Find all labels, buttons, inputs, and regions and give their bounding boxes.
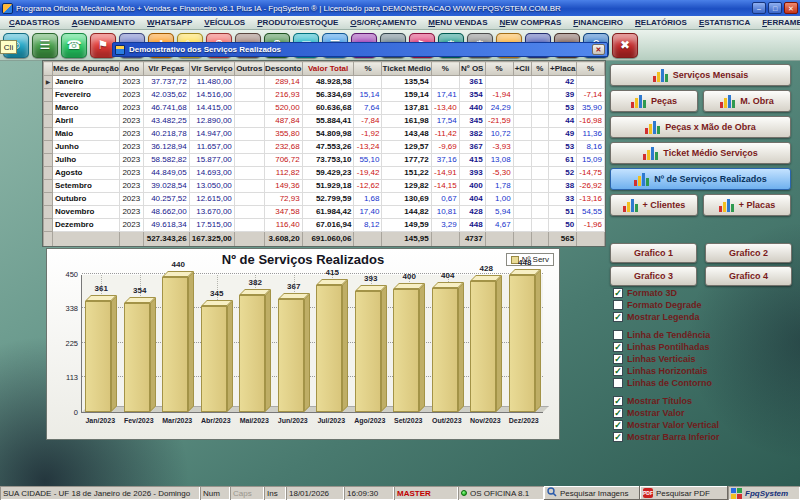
checkbox-linha-de-tend-ncia[interactable]: Linha de Tendência <box>613 330 710 340</box>
checkbox-formato-3d[interactable]: ✓Formato 3D <box>613 288 677 298</box>
menu-item[interactable]: AGENDAMENTO <box>66 17 141 28</box>
totals-row: 527.343,26167.325,003.608,20691.060,0614… <box>44 232 605 247</box>
panel-button[interactable]: Serviços Mensais <box>610 64 791 86</box>
panel-button[interactable]: Nº de Serviços Realizados <box>610 168 791 190</box>
column-header[interactable]: Desconto <box>264 62 302 76</box>
grafico-button[interactable]: Grafico 2 <box>705 243 792 263</box>
close-icon[interactable]: ✕ <box>784 2 798 14</box>
column-header[interactable]: Vlr Peças <box>143 62 189 76</box>
panel-button[interactable]: + Placas <box>703 194 791 216</box>
checkbox-box[interactable]: ✓ <box>613 342 623 352</box>
cell <box>531 154 549 167</box>
checkbox-box[interactable]: ✓ <box>613 312 623 322</box>
panel-button[interactable]: + Clientes <box>610 194 698 216</box>
checkbox-box[interactable] <box>613 330 623 340</box>
table-row[interactable]: Maio202340.218,7814.947,00355,8054.809,9… <box>44 128 605 141</box>
maximize-icon[interactable]: □ <box>768 2 782 14</box>
menu-item[interactable]: MENU VENDAS <box>422 17 493 28</box>
checkbox-box[interactable]: ✓ <box>613 366 623 376</box>
table-row[interactable]: Fevereiro202342.035,6214.516,00216,9356.… <box>44 89 605 102</box>
table-row[interactable]: Dezembro202349.618,3417.515,00116,4067.0… <box>44 219 605 232</box>
table-row[interactable]: Junho202336.128,9411.657,00232,6847.553,… <box>44 141 605 154</box>
table-row[interactable]: Novembro202348.662,0013.670,00347,5861.9… <box>44 206 605 219</box>
checkbox-box[interactable] <box>613 300 623 310</box>
status-search-images[interactable]: Pesquisar Imagens <box>544 486 640 500</box>
menu-item[interactable]: NEW COMPRAS <box>493 17 567 28</box>
grafico-button[interactable]: Grafico 4 <box>705 266 792 286</box>
checkbox-box[interactable]: ✓ <box>613 408 623 418</box>
panel-button[interactable]: M. Obra <box>703 90 791 112</box>
column-header[interactable]: +Placa <box>549 62 577 76</box>
checkbox-box[interactable]: ✓ <box>613 354 623 364</box>
column-header[interactable]: Ano <box>119 62 143 76</box>
column-header[interactable]: Nº OS <box>459 62 485 76</box>
menu-item[interactable]: PRODUTO/ESTOQUE <box>251 17 344 28</box>
panel-button[interactable]: Peças x Mão de Obra <box>610 116 791 138</box>
checkbox-linhas-de-contorno[interactable]: Linhas de Contorno <box>613 378 712 388</box>
column-header[interactable]: % <box>431 62 459 76</box>
checkbox-box[interactable]: ✓ <box>613 288 623 298</box>
report-window-titlebar[interactable]: Demonstrativo dos Serviços Realizados ✕ <box>112 42 608 57</box>
cell <box>513 76 531 89</box>
table-row[interactable]: Marco202346.741,6814.415,00520,0060.636,… <box>44 102 605 115</box>
cell: 14.693,00 <box>189 167 234 180</box>
column-header[interactable]: Ticket Médio <box>382 62 431 76</box>
grafico-button[interactable]: Grafico 1 <box>610 243 697 263</box>
checkbox-linhas-verticais[interactable]: ✓Linhas Verticais <box>613 354 696 364</box>
column-header[interactable]: % <box>485 62 513 76</box>
table-row[interactable]: Abril202343.482,2512.890,00487,8455.884,… <box>44 115 605 128</box>
table-row[interactable]: ▶Janeiro202337.737,7211.480,00289,1448.9… <box>44 76 605 89</box>
menu-item[interactable]: RELATÓRIOS <box>629 17 693 28</box>
checkbox-mostrar-barra-inferior[interactable]: ✓Mostrar Barra Inferior <box>613 432 720 442</box>
table-row[interactable]: Agosto202344.849,0514.693,00112,8259.429… <box>44 167 605 180</box>
menu-item[interactable]: CADASTROS <box>3 17 66 28</box>
x-tick-label: Nov/2023 <box>466 417 505 424</box>
menu-item[interactable]: VEÍCULOS <box>198 17 251 28</box>
checkbox-box[interactable]: ✓ <box>613 396 623 406</box>
status-caps-lock: Caps <box>230 486 264 500</box>
table-row[interactable]: Setembro202339.028,5413.050,00149,3651.9… <box>44 180 605 193</box>
column-header[interactable]: % <box>354 62 382 76</box>
cell: 415 <box>459 154 485 167</box>
checkbox-box[interactable]: ✓ <box>613 420 623 430</box>
checkbox-linhas-pontilhadas[interactable]: ✓Linhas Pontilhadas <box>613 342 710 352</box>
menu-item[interactable]: FINANCEIRO <box>567 17 629 28</box>
column-header[interactable]: Vlr Serviço <box>189 62 234 76</box>
checkbox-mostrar-valor[interactable]: ✓Mostrar Valor <box>613 408 685 418</box>
whatsapp-icon[interactable]: ☎ <box>61 33 87 58</box>
checkbox-box[interactable] <box>613 378 623 388</box>
checkbox-mostrar-valor-vertical[interactable]: ✓Mostrar Valor Vertical <box>613 420 719 430</box>
checkbox-mostrar-legenda[interactable]: ✓Mostrar Legenda <box>613 312 700 322</box>
table-row[interactable]: Julho202358.582,8215.877,00706,7273.753,… <box>44 154 605 167</box>
column-header[interactable]: % <box>531 62 549 76</box>
close-icon[interactable]: ✕ <box>592 44 605 55</box>
panel-button[interactable]: Ticket Médio Serviços <box>610 142 791 164</box>
cell: 151,22 <box>382 167 431 180</box>
exit-icon[interactable]: ✖ <box>612 33 638 58</box>
checkbox-formato-degrade[interactable]: Formato Degrade <box>613 300 702 310</box>
cell: 5,94 <box>485 206 513 219</box>
column-header[interactable]: % <box>577 62 605 76</box>
panel-button[interactable]: Peças <box>610 90 698 112</box>
menu-item[interactable]: ESTATISTICA <box>693 17 756 28</box>
grafico-button[interactable]: Grafico 3 <box>610 266 697 286</box>
menu-item[interactable]: FERRAMENTAS <box>756 17 800 28</box>
cell: 11.657,00 <box>189 141 234 154</box>
status-search-pdf[interactable]: PDFPesquisar PDF <box>640 486 728 500</box>
tooltip-cli: Cli <box>0 40 17 54</box>
checkbox-mostrar-t-tulos[interactable]: ✓Mostrar Títulos <box>613 396 692 406</box>
checkbox-box[interactable]: ✓ <box>613 432 623 442</box>
cell: 382 <box>459 128 485 141</box>
column-header[interactable]: Valor Total <box>302 62 354 76</box>
cell: 361 <box>459 76 485 89</box>
checkbox-linhas-horizontais[interactable]: ✓Linhas Horizontais <box>613 366 708 376</box>
menu-item[interactable]: OS/ORÇAMENTO <box>344 17 422 28</box>
column-header[interactable]: Outros <box>234 62 264 76</box>
column-header[interactable]: Mês de Apuração <box>52 62 119 76</box>
table-row[interactable]: Outubro202340.257,5212.615,0072,9352.799… <box>44 193 605 206</box>
column-header[interactable]: +Cli <box>513 62 531 76</box>
menu-item[interactable]: WHATSAPP <box>141 17 198 28</box>
schedule-icon[interactable]: ☰ <box>32 33 58 58</box>
minimize-icon[interactable]: – <box>752 2 766 14</box>
cell: 1,78 <box>485 180 513 193</box>
